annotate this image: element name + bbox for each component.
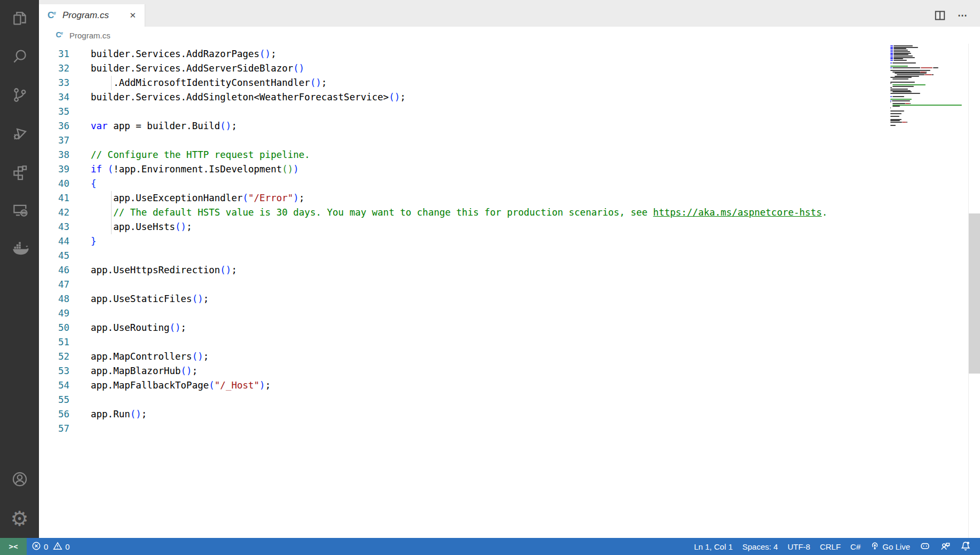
line-number: 51 xyxy=(39,335,69,350)
code-text: var app = builder.Build(); xyxy=(91,119,237,133)
docker-icon xyxy=(10,239,29,260)
feedback-button[interactable] xyxy=(935,538,955,555)
line-number: 35 xyxy=(39,105,69,119)
code-text: builder.Services.AddSingleton<WeatherFor… xyxy=(91,90,406,105)
settings-button[interactable]: ⚙ xyxy=(0,500,39,538)
tab-bar: C# Program.cs ✕ ⋯ xyxy=(39,0,980,27)
warning-count: 0 xyxy=(65,542,69,551)
code-line[interactable]: 32builder.Services.AddServerSideBlazor() xyxy=(39,61,980,76)
vscode-window: ⚙ C# Program.cs ✕ ⋯ C# Program.cs 31buil… xyxy=(0,0,980,555)
line-number: 50 xyxy=(39,321,69,335)
line-number: 53 xyxy=(39,364,69,378)
code-line[interactable]: 48app.UseStaticFiles(); xyxy=(39,292,980,306)
tab-close-icon[interactable]: ✕ xyxy=(127,10,138,21)
eol-indicator[interactable]: CRLF xyxy=(815,538,845,555)
sidebar-item-search[interactable] xyxy=(0,38,39,77)
code-line[interactable]: 47 xyxy=(39,278,980,292)
copilot-status[interactable] xyxy=(915,538,935,555)
code-line[interactable]: 41 app.UseExceptionHandler("/Error"); xyxy=(39,191,980,205)
problems-indicator[interactable]: 0 0 xyxy=(27,538,75,555)
code-line[interactable]: 56app.Run(); xyxy=(39,407,980,422)
code-line[interactable]: 55 xyxy=(39,393,980,407)
comment-link[interactable]: https://aka.ms/aspnetcore-hsts xyxy=(653,207,822,218)
code-line[interactable]: 40{ xyxy=(39,177,980,191)
code-line[interactable]: 52app.MapControllers(); xyxy=(39,350,980,364)
csharp-file-icon: C# xyxy=(56,31,65,40)
code-text: app.UseStaticFiles(); xyxy=(91,292,209,306)
bell-icon xyxy=(960,541,971,553)
vertical-scrollbar-thumb[interactable] xyxy=(969,213,980,374)
go-live-button[interactable]: Go Live xyxy=(865,538,915,555)
copilot-icon xyxy=(920,541,930,553)
code-line[interactable]: 36var app = builder.Build(); xyxy=(39,119,980,133)
language-label: C# xyxy=(850,542,860,551)
sidebar-item-explorer[interactable] xyxy=(0,0,39,38)
feedback-icon xyxy=(940,541,951,553)
code-line[interactable]: 37 xyxy=(39,133,980,148)
line-number: 36 xyxy=(39,119,69,133)
code-line[interactable]: 53app.MapBlazorHub(); xyxy=(39,364,980,378)
sidebar-item-extensions[interactable] xyxy=(0,154,39,192)
code-text: app.MapBlazorHub(); xyxy=(91,364,197,378)
spaces-label: Spaces: 4 xyxy=(742,542,778,551)
tab-program-cs[interactable]: C# Program.cs ✕ xyxy=(39,4,145,27)
encoding-indicator[interactable]: UTF-8 xyxy=(783,538,815,555)
line-number: 41 xyxy=(39,191,69,205)
csharp-file-icon: C# xyxy=(48,10,58,21)
code-text: .AddMicrosoftIdentityConsentHandler(); xyxy=(91,76,327,90)
code-line[interactable]: 49 xyxy=(39,306,980,321)
minimap[interactable] xyxy=(890,45,967,136)
activity-bar: ⚙ xyxy=(0,0,39,538)
indentation-indicator[interactable]: Spaces: 4 xyxy=(738,538,783,555)
line-number: 31 xyxy=(39,47,69,61)
code-text: { xyxy=(91,177,97,191)
sidebar-item-remote-explorer[interactable] xyxy=(0,192,39,231)
code-line[interactable]: 31builder.Services.AddRazorPages(); xyxy=(39,47,980,61)
go-live-label: Go Live xyxy=(882,542,910,551)
code-line[interactable]: 54app.MapFallbackToPage("/_Host"); xyxy=(39,378,980,393)
run-debug-icon xyxy=(11,124,29,145)
code-line[interactable]: 34builder.Services.AddSingleton<WeatherF… xyxy=(39,90,980,105)
settings-gear-icon: ⚙ xyxy=(10,509,28,529)
code-text: } xyxy=(91,234,97,249)
code-line[interactable]: 39if (!app.Environment.IsDevelopment()) xyxy=(39,162,980,177)
split-editor-icon[interactable] xyxy=(934,10,946,21)
code-line[interactable]: 51 xyxy=(39,335,980,350)
cursor-position[interactable]: Ln 1, Col 1 xyxy=(689,538,738,555)
line-number: 39 xyxy=(39,162,69,177)
error-count: 0 xyxy=(44,542,48,551)
line-number: 34 xyxy=(39,90,69,105)
status-bar: >< 0 0 xyxy=(0,538,980,555)
code-text: app.Run(); xyxy=(91,407,147,422)
accounts-button[interactable] xyxy=(0,461,39,500)
code-line[interactable]: 57 xyxy=(39,422,980,436)
line-number: 52 xyxy=(39,350,69,364)
sidebar-item-run-debug[interactable] xyxy=(0,115,39,154)
broadcast-icon xyxy=(870,541,880,552)
code-line[interactable]: 44} xyxy=(39,234,980,249)
code-line[interactable]: 42 // The default HSTS value is 30 days.… xyxy=(39,205,980,220)
source-control-icon xyxy=(11,86,29,106)
account-icon xyxy=(11,470,29,490)
tab-title: Program.cs xyxy=(62,10,109,21)
code-line[interactable]: 50app.UseRouting(); xyxy=(39,321,980,335)
code-line[interactable]: 45 xyxy=(39,249,980,263)
code-line[interactable]: 35 xyxy=(39,105,980,119)
line-number: 49 xyxy=(39,306,69,321)
breadcrumb-item[interactable]: Program.cs xyxy=(69,31,110,40)
ln-col-label: Ln 1, Col 1 xyxy=(694,542,733,551)
code-text: app.UseExceptionHandler("/Error"); xyxy=(91,191,304,205)
notifications-bell[interactable] xyxy=(955,538,976,555)
line-number: 33 xyxy=(39,76,69,90)
code-text: app.MapFallbackToPage("/_Host"); xyxy=(91,378,271,393)
more-actions-icon[interactable]: ⋯ xyxy=(958,10,968,21)
sidebar-item-source-control[interactable] xyxy=(0,77,39,115)
code-line[interactable]: 38// Configure the HTTP request pipeline… xyxy=(39,148,980,162)
code-line[interactable]: 46app.UseHttpsRedirection(); xyxy=(39,263,980,278)
code-line[interactable]: 43 app.UseHsts(); xyxy=(39,220,980,234)
code-line[interactable]: 33 .AddMicrosoftIdentityConsentHandler()… xyxy=(39,76,980,90)
remote-indicator[interactable]: >< xyxy=(0,538,27,555)
code-editor[interactable]: 31builder.Services.AddRazorPages();32bui… xyxy=(39,44,980,538)
language-mode[interactable]: C# xyxy=(845,538,865,555)
sidebar-item-docker[interactable] xyxy=(0,231,39,269)
